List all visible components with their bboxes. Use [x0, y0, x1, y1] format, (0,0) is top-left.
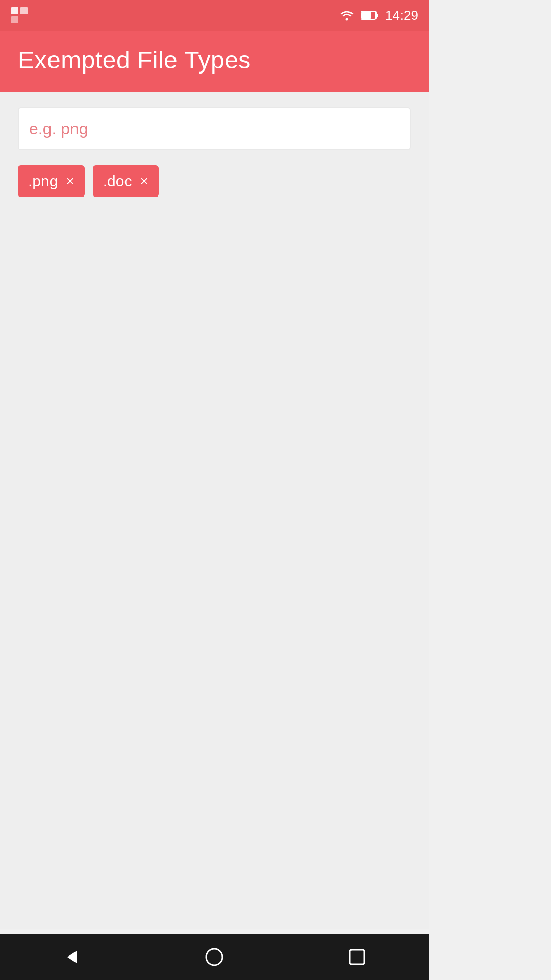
main-content: .png × .doc ×: [0, 92, 429, 929]
wifi-icon: [339, 9, 355, 21]
svg-rect-1: [20, 7, 28, 14]
home-button[interactable]: [194, 937, 235, 977]
back-button[interactable]: [51, 937, 92, 977]
battery-icon: [361, 10, 379, 20]
recents-icon: [347, 947, 367, 967]
tag-doc-close-icon[interactable]: ×: [140, 174, 148, 188]
input-container[interactable]: [18, 107, 411, 150]
svg-rect-9: [350, 950, 364, 964]
svg-marker-7: [67, 951, 77, 963]
tag-png-chip[interactable]: .png ×: [18, 165, 85, 197]
status-time: 14:29: [385, 8, 418, 23]
svg-rect-0: [11, 7, 18, 14]
app-header: Exempted File Types: [0, 31, 429, 92]
tag-doc-label: .doc: [103, 173, 132, 190]
app-logo-icon: [10, 6, 29, 24]
svg-point-8: [206, 949, 222, 965]
page-title: Exempted File Types: [18, 46, 411, 74]
file-type-input[interactable]: [29, 108, 399, 149]
home-icon: [204, 947, 224, 967]
recents-button[interactable]: [337, 937, 378, 977]
svg-point-3: [345, 18, 348, 21]
tags-container: .png × .doc ×: [18, 165, 411, 197]
svg-rect-5: [361, 12, 371, 19]
status-bar-left: [10, 6, 29, 24]
svg-rect-6: [376, 14, 378, 17]
status-bar-right: 14:29: [339, 8, 418, 23]
back-icon: [61, 947, 82, 967]
tag-png-label: .png: [28, 173, 58, 190]
nav-bar: [0, 934, 429, 980]
svg-rect-2: [11, 16, 18, 23]
tag-png-close-icon[interactable]: ×: [66, 174, 74, 188]
tag-doc-chip[interactable]: .doc ×: [93, 165, 159, 197]
status-bar: 14:29: [0, 0, 429, 31]
